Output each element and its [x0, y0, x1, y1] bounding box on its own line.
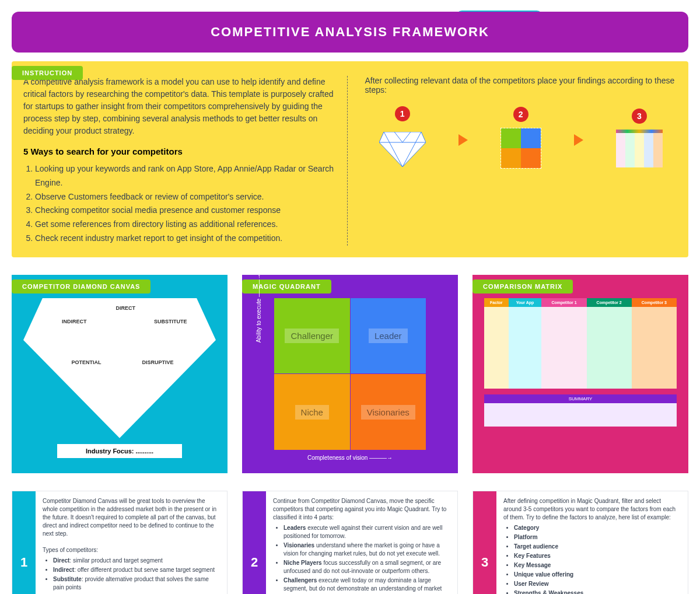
- matrix-header: Your App: [509, 298, 542, 307]
- way-item: Get some references from directory listi…: [35, 218, 335, 232]
- card-tag: COMPETITOR DIAMOND CANVAS: [12, 279, 150, 293]
- step-preview-1: 1: [379, 106, 426, 174]
- way-item: Looking up your keywords and rank on App…: [35, 162, 335, 190]
- svg-marker-0: [379, 132, 426, 167]
- instruction-tag: INSTRUCTION: [12, 66, 83, 80]
- card-tag: COMPARISON MATRIX: [473, 279, 573, 293]
- diamond-label-direct: DIRECT: [116, 305, 135, 311]
- arrow-right-icon: [574, 134, 583, 146]
- diamond-label-indirect: INDIRECT: [62, 319, 87, 324]
- diamond-label-potential: POTENTIAL: [72, 359, 102, 365]
- quad-niche: Niche: [295, 405, 329, 420]
- factor-item: User Review: [514, 580, 681, 588]
- quad-desc: Visionaries understand where the market …: [284, 541, 450, 558]
- ways-heading: 5 Ways to search for your competitors: [23, 146, 335, 156]
- ways-list: Looking up your keywords and rank on App…: [23, 162, 335, 246]
- quad-leader: Leader: [369, 329, 408, 343]
- step-3-card: 3 After defining competition in Magic Qu…: [473, 491, 688, 594]
- way-item: Check recent industry market report to g…: [35, 232, 335, 246]
- step-number: 3: [473, 491, 496, 594]
- factor-item: Unique value offering: [514, 571, 681, 579]
- factor-item: Key Message: [514, 561, 681, 569]
- diamond-canvas: [23, 298, 216, 438]
- step-preview-2: 2: [501, 107, 541, 173]
- summary-heading: SUMMARY: [484, 394, 677, 403]
- y-axis-label: Ability to execute ———→: [256, 274, 262, 343]
- arrow-right-icon: [459, 134, 468, 146]
- step-preview-3: 3: [616, 109, 663, 172]
- after-text: After collecting relevant data of the co…: [365, 76, 677, 95]
- matrix-header: Competitor 1: [541, 298, 586, 307]
- step-number-icon: 3: [632, 109, 647, 124]
- diamond-canvas-card: COMPETITOR DIAMOND CANVAS DIRECT INDIREC…: [12, 275, 228, 473]
- step-1-card: 1 Competitor Diamond Canvas will be grea…: [12, 491, 228, 594]
- step-2-card: 2 Continue from Competitor Diamond Canva…: [242, 491, 458, 594]
- factor-item: Category: [514, 524, 681, 532]
- factor-item: Strengths & Weaknesses: [514, 589, 681, 594]
- matrix-header: Competitor 2: [587, 298, 632, 307]
- x-axis-label: Completeness of vision ———→: [254, 455, 446, 461]
- intro-text: A competitive analysis framework is a mo…: [23, 76, 335, 137]
- matrix-header: Competitor 3: [632, 298, 677, 307]
- type-item: Indirect: offer different product but se…: [53, 566, 220, 574]
- quad-desc: Leaders execute well against their curre…: [284, 524, 450, 540]
- types-heading: Types of competitors:: [43, 546, 220, 554]
- factor-item: Target audience: [514, 543, 681, 551]
- industry-focus: Industry Focus: ..........: [57, 444, 183, 458]
- diamond-label-substitute: SUBSTITUTE: [154, 319, 187, 324]
- step-number-icon: 2: [513, 107, 528, 122]
- step-number: 2: [243, 491, 266, 594]
- step-intro: After defining competition in Magic Quad…: [503, 497, 681, 522]
- instruction-section: INSTRUCTION A competitive analysis frame…: [12, 61, 688, 257]
- step-number: 1: [12, 491, 36, 594]
- quad-challenger: Challenger: [285, 329, 339, 343]
- factor-item: Key Features: [514, 552, 681, 560]
- quad-visionaries: Visionaries: [361, 405, 415, 420]
- way-item: Checking competitor social media presenc…: [35, 204, 335, 218]
- factor-item: Platform: [514, 533, 681, 541]
- step-intro: Continue from Competitor Diamond Canvas,…: [273, 497, 450, 522]
- comparison-matrix: Factor Your App Competitor 1 Competitor …: [484, 298, 677, 389]
- matrix-header: Factor: [484, 298, 509, 307]
- type-item: Substitute: provide alternative product …: [53, 575, 220, 592]
- quad-desc: Challengers execute well today or may do…: [284, 576, 450, 594]
- comparison-matrix-card: COMPARISON MATRIX Factor Your App Compet…: [473, 275, 688, 473]
- step-intro: Competitor Diamond Canvas will be great …: [43, 497, 220, 538]
- step-number-icon: 1: [395, 106, 410, 121]
- magic-quadrant-card: MAGIC QUADRANT Challenger Leader Niche V…: [242, 275, 458, 473]
- page-title: COMPETITIVE ANALYSIS FRAMEWORK: [12, 12, 688, 53]
- quadrant-grid: Challenger Leader Niche Visionaries: [274, 298, 426, 450]
- quad-desc: Niche Players focus successfully on a sm…: [284, 559, 450, 575]
- diamond-label-disruptive: DISRUPTIVE: [142, 359, 173, 365]
- type-item: Direct: similar product and target segme…: [53, 557, 220, 565]
- summary-box: SUMMARY: [484, 394, 677, 427]
- way-item: Observe Customers feedback or review of …: [35, 190, 335, 204]
